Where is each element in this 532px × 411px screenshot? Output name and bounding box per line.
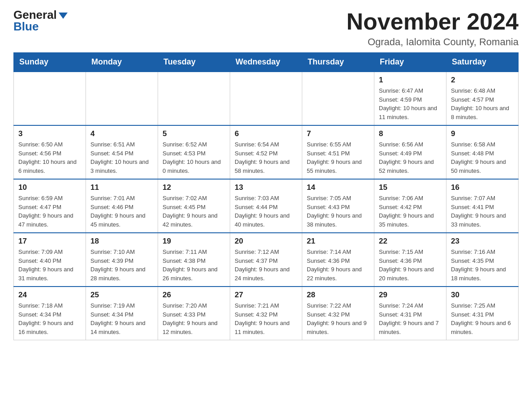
day-info: Sunrise: 7:03 AM Sunset: 4:44 PM Dayligh… (235, 194, 297, 229)
day-number: 17 (18, 237, 81, 246)
table-row: 30Sunrise: 7:25 AM Sunset: 4:31 PM Dayli… (446, 287, 519, 340)
day-info: Sunrise: 6:52 AM Sunset: 4:53 PM Dayligh… (163, 140, 225, 175)
calendar-week-row: 17Sunrise: 7:09 AM Sunset: 4:40 PM Dayli… (14, 233, 519, 287)
day-info: Sunrise: 6:48 AM Sunset: 4:57 PM Dayligh… (451, 86, 514, 121)
day-number: 29 (379, 291, 442, 300)
table-row: 26Sunrise: 7:20 AM Sunset: 4:33 PM Dayli… (158, 287, 230, 340)
location-subtitle: Ograda, Ialomita County, Romania (347, 36, 519, 48)
table-row: 4Sunrise: 6:51 AM Sunset: 4:54 PM Daylig… (86, 125, 158, 179)
day-number: 8 (379, 129, 442, 138)
day-info: Sunrise: 6:51 AM Sunset: 4:54 PM Dayligh… (90, 140, 153, 175)
table-row: 29Sunrise: 7:24 AM Sunset: 4:31 PM Dayli… (374, 287, 446, 340)
day-number: 2 (451, 76, 514, 85)
day-info: Sunrise: 6:59 AM Sunset: 4:47 PM Dayligh… (18, 194, 81, 229)
day-info: Sunrise: 7:16 AM Sunset: 4:35 PM Dayligh… (451, 248, 514, 283)
day-info: Sunrise: 7:14 AM Sunset: 4:36 PM Dayligh… (307, 248, 369, 283)
logo-text: General (13, 9, 68, 21)
table-row: 10Sunrise: 6:59 AM Sunset: 4:47 PM Dayli… (14, 179, 86, 233)
table-row: 17Sunrise: 7:09 AM Sunset: 4:40 PM Dayli… (14, 233, 86, 287)
day-info: Sunrise: 7:07 AM Sunset: 4:41 PM Dayligh… (451, 194, 514, 229)
calendar-table: Sunday Monday Tuesday Wednesday Thursday… (13, 52, 519, 340)
table-row: 28Sunrise: 7:22 AM Sunset: 4:32 PM Dayli… (302, 287, 374, 340)
table-row: 19Sunrise: 7:11 AM Sunset: 4:38 PM Dayli… (158, 233, 230, 287)
day-number: 14 (307, 183, 369, 192)
day-number: 1 (379, 76, 442, 85)
table-row: 1Sunrise: 6:47 AM Sunset: 4:59 PM Daylig… (374, 72, 446, 125)
day-info: Sunrise: 7:18 AM Sunset: 4:34 PM Dayligh… (18, 301, 81, 336)
day-number: 25 (90, 291, 153, 300)
day-number: 10 (18, 183, 81, 192)
table-row: 23Sunrise: 7:16 AM Sunset: 4:35 PM Dayli… (446, 233, 519, 287)
table-row (86, 72, 158, 125)
table-row: 6Sunrise: 6:54 AM Sunset: 4:52 PM Daylig… (230, 125, 302, 179)
day-number: 11 (90, 183, 153, 192)
day-number: 20 (235, 237, 297, 246)
day-info: Sunrise: 6:58 AM Sunset: 4:48 PM Dayligh… (451, 140, 514, 175)
table-row (14, 72, 86, 125)
day-number: 18 (90, 237, 153, 246)
day-number: 30 (451, 291, 514, 300)
calendar-week-row: 1Sunrise: 6:47 AM Sunset: 4:59 PM Daylig… (14, 72, 519, 125)
day-info: Sunrise: 7:25 AM Sunset: 4:31 PM Dayligh… (451, 301, 514, 336)
table-row: 8Sunrise: 6:56 AM Sunset: 4:49 PM Daylig… (374, 125, 446, 179)
day-number: 16 (451, 183, 514, 192)
table-row: 2Sunrise: 6:48 AM Sunset: 4:57 PM Daylig… (446, 72, 519, 125)
day-number: 21 (307, 237, 369, 246)
day-number: 23 (451, 237, 514, 246)
day-info: Sunrise: 7:10 AM Sunset: 4:39 PM Dayligh… (90, 248, 153, 283)
day-number: 3 (18, 129, 81, 138)
col-friday: Friday (374, 53, 446, 72)
calendar-header-row: Sunday Monday Tuesday Wednesday Thursday… (14, 53, 519, 72)
table-row: 21Sunrise: 7:14 AM Sunset: 4:36 PM Dayli… (302, 233, 374, 287)
day-info: Sunrise: 7:20 AM Sunset: 4:33 PM Dayligh… (163, 301, 225, 336)
table-row: 13Sunrise: 7:03 AM Sunset: 4:44 PM Dayli… (230, 179, 302, 233)
table-row (302, 72, 374, 125)
table-row: 12Sunrise: 7:02 AM Sunset: 4:45 PM Dayli… (158, 179, 230, 233)
day-info: Sunrise: 7:05 AM Sunset: 4:43 PM Dayligh… (307, 194, 369, 229)
calendar-week-row: 10Sunrise: 6:59 AM Sunset: 4:47 PM Dayli… (14, 179, 519, 233)
day-info: Sunrise: 7:15 AM Sunset: 4:36 PM Dayligh… (379, 248, 442, 283)
day-number: 13 (235, 183, 297, 192)
day-info: Sunrise: 7:22 AM Sunset: 4:32 PM Dayligh… (307, 301, 369, 336)
day-info: Sunrise: 7:19 AM Sunset: 4:34 PM Dayligh… (90, 301, 153, 336)
col-tuesday: Tuesday (158, 53, 230, 72)
col-wednesday: Wednesday (230, 53, 302, 72)
logo-blue-text: Blue (13, 21, 39, 32)
col-sunday: Sunday (14, 53, 86, 72)
logo-blue: Blue (13, 20, 39, 33)
table-row (158, 72, 230, 125)
table-row: 24Sunrise: 7:18 AM Sunset: 4:34 PM Dayli… (14, 287, 86, 340)
day-info: Sunrise: 7:12 AM Sunset: 4:37 PM Dayligh… (235, 248, 297, 283)
table-row: 20Sunrise: 7:12 AM Sunset: 4:37 PM Dayli… (230, 233, 302, 287)
col-saturday: Saturday (446, 53, 519, 72)
day-info: Sunrise: 6:55 AM Sunset: 4:51 PM Dayligh… (307, 140, 369, 175)
day-number: 19 (163, 237, 225, 246)
day-number: 9 (451, 129, 514, 138)
calendar-week-row: 3Sunrise: 6:50 AM Sunset: 4:56 PM Daylig… (14, 125, 519, 179)
table-row: 7Sunrise: 6:55 AM Sunset: 4:51 PM Daylig… (302, 125, 374, 179)
day-info: Sunrise: 7:02 AM Sunset: 4:45 PM Dayligh… (163, 194, 225, 229)
table-row: 11Sunrise: 7:01 AM Sunset: 4:46 PM Dayli… (86, 179, 158, 233)
table-row: 14Sunrise: 7:05 AM Sunset: 4:43 PM Dayli… (302, 179, 374, 233)
col-monday: Monday (86, 53, 158, 72)
table-row: 16Sunrise: 7:07 AM Sunset: 4:41 PM Dayli… (446, 179, 519, 233)
day-number: 22 (379, 237, 442, 246)
day-number: 5 (163, 129, 225, 138)
table-row: 9Sunrise: 6:58 AM Sunset: 4:48 PM Daylig… (446, 125, 519, 179)
page-header: General Blue November 2024 Ograda, Ialom… (13, 9, 519, 48)
day-number: 15 (379, 183, 442, 192)
day-info: Sunrise: 7:21 AM Sunset: 4:32 PM Dayligh… (235, 301, 297, 336)
day-number: 6 (235, 129, 297, 138)
day-number: 12 (163, 183, 225, 192)
day-info: Sunrise: 6:56 AM Sunset: 4:49 PM Dayligh… (379, 140, 442, 175)
calendar-week-row: 24Sunrise: 7:18 AM Sunset: 4:34 PM Dayli… (14, 287, 519, 340)
table-row: 22Sunrise: 7:15 AM Sunset: 4:36 PM Dayli… (374, 233, 446, 287)
day-info: Sunrise: 7:09 AM Sunset: 4:40 PM Dayligh… (18, 248, 81, 283)
title-block: November 2024 Ograda, Ialomita County, R… (347, 9, 519, 48)
day-number: 28 (307, 291, 369, 300)
day-number: 24 (18, 291, 81, 300)
day-number: 26 (163, 291, 225, 300)
day-info: Sunrise: 7:01 AM Sunset: 4:46 PM Dayligh… (90, 194, 153, 229)
table-row: 27Sunrise: 7:21 AM Sunset: 4:32 PM Dayli… (230, 287, 302, 340)
day-info: Sunrise: 7:06 AM Sunset: 4:42 PM Dayligh… (379, 194, 442, 229)
